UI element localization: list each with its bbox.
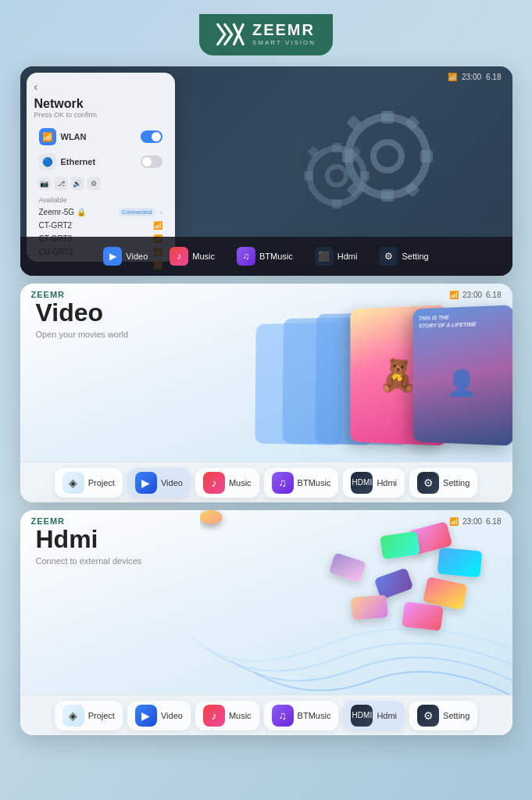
svg-rect-3: [381, 189, 394, 202]
taskbar3-music-label: Music: [229, 711, 252, 720]
taskbar-setting-1[interactable]: ⚙ Setting: [371, 243, 436, 270]
taskbar2-project-label: Project: [88, 478, 115, 488]
brand-name: ZEEMR: [252, 22, 316, 38]
taskbar3-music[interactable]: ♪ Music: [195, 701, 259, 730]
screen2-inner: ZEEMR 📶 23:00 6.18 Video Open your movie…: [20, 284, 512, 502]
signal-icon-1: 📶: [153, 221, 162, 230]
svg-rect-12: [332, 143, 341, 152]
ethernet-item[interactable]: 🔵 Ethernet: [34, 150, 167, 173]
music-icon-1: ♪: [170, 247, 188, 266]
connected-badge: Connected: [119, 208, 155, 216]
taskbar-btmusic-1[interactable]: ♫ BTMusic: [229, 243, 301, 270]
network-name-zeemr5g: Zeemr-5G 🔒: [39, 208, 114, 216]
header: ZEEMR SMART VISION: [0, 0, 532, 66]
taskbar2-music-label: Music: [229, 478, 252, 488]
video-app-subtitle: Open your movies world: [36, 330, 129, 339]
float-card-8: [328, 552, 366, 583]
ethernet-icon: 🔵: [39, 153, 56, 170]
settings-side-icon: ⚙: [87, 177, 101, 191]
svg-rect-2: [381, 111, 394, 123]
taskbar3-video[interactable]: ▶ Video: [127, 701, 191, 730]
svg-rect-15: [304, 171, 313, 180]
wlan-label: WLAN: [61, 132, 136, 141]
taskbar2-btmusic[interactable]: ♫ BTMusic: [264, 468, 339, 498]
taskbar3-setting[interactable]: ⚙ Setting: [409, 701, 477, 730]
svg-point-1: [373, 142, 402, 170]
taskbar2-project[interactable]: ◈ Project: [55, 468, 123, 498]
network-zeemr5g[interactable]: Zeemr-5G 🔒 Connected ›: [34, 205, 167, 219]
float-card-3: [380, 531, 420, 559]
taskbar2-video[interactable]: ▶ Video: [127, 468, 191, 498]
taskbar-video-1[interactable]: ▶ Video: [95, 243, 155, 270]
taskbar2-music[interactable]: ♪ Music: [195, 468, 259, 498]
btmusic-icon-3: ♫: [272, 705, 294, 727]
taskbar-3: ◈ Project ▶ Video ♪ Music ♫ BTMusic HDMI: [20, 695, 512, 735]
video-icon-2: ▶: [135, 472, 157, 494]
brand-logo-icon: [216, 23, 245, 46]
taskbar2-btmusic-label: BTMusic: [298, 478, 331, 488]
svg-point-11: [327, 166, 346, 185]
network-ct-grt2[interactable]: CT-GRT2 📶: [34, 219, 167, 232]
network-name-ctgrt2: CT-GRT2: [39, 221, 148, 230]
svg-rect-14: [360, 171, 370, 180]
wlan-toggle[interactable]: [141, 130, 162, 143]
taskbar-2: ◈ Project ▶ Video ♪ Music ♫ BTMusic HDMI: [20, 462, 512, 502]
taskbar3-btmusic-label: BTMusic: [298, 711, 331, 720]
hdmi-icon-1: ⬛: [315, 247, 334, 266]
usb-icon: ⎇: [54, 177, 68, 191]
taskbar2-setting[interactable]: ⚙ Setting: [409, 468, 477, 498]
setting-icon-2: ⚙: [417, 472, 439, 494]
hdmi-app-subtitle: Connect to external devices: [36, 556, 142, 566]
setting-icon-1: ⚙: [379, 247, 398, 266]
taskbar-music-1[interactable]: ♪ Music: [162, 243, 223, 270]
taskbar3-hdmi[interactable]: HDMI Hdmi: [343, 701, 405, 730]
taskbar-setting-label-1: Setting: [402, 252, 428, 261]
float-coin-2: [200, 510, 222, 524]
taskbar-btmusic-label-1: BTMusic: [259, 252, 293, 261]
music-icon-3: ♪: [203, 705, 225, 727]
taskbar3-btmusic[interactable]: ♫ BTMusic: [264, 701, 339, 730]
taskbar2-hdmi-label: Hdmi: [377, 478, 397, 488]
ethernet-toggle[interactable]: [141, 155, 162, 168]
project-icon-2: ◈: [62, 472, 84, 494]
camera-icon: 📷: [37, 177, 52, 191]
screen3-inner: ZEEMR 📶 23:00 6.18 Hdmi Connect to exter…: [20, 510, 512, 735]
music-icon-2: ♪: [203, 472, 225, 494]
project-icon-3: ◈: [62, 705, 84, 727]
brand-text: ZEEMR SMART VISION: [252, 22, 316, 46]
taskbar3-setting-label: Setting: [443, 711, 470, 720]
panel-back-button[interactable]: ‹: [34, 80, 167, 93]
hdmi-icon-3: HDMI: [351, 705, 373, 727]
screens-wrapper: 📶 23:00 6.18 ‹ Network Press OK to confi…: [20, 66, 512, 751]
hdmi-app-title: Hdmi: [36, 526, 142, 553]
screen1-background: 📶 23:00 6.18 ‹ Network Press OK to confi…: [20, 66, 512, 276]
taskbar3-video-label: Video: [161, 711, 183, 720]
setting-icon-3: ⚙: [417, 705, 439, 727]
taskbar-music-label-1: Music: [192, 252, 215, 261]
taskbar2-hdmi[interactable]: HDMI Hdmi: [343, 468, 405, 498]
taskbar-hdmi-label-1: Hdmi: [337, 252, 358, 261]
available-label: Available: [34, 195, 167, 205]
btmusic-icon-2: ♫: [272, 472, 294, 494]
network-panel: ‹ Network Press OK to confirm 📶 WLAN 🔵 E…: [27, 73, 175, 262]
screen-2-video: ZEEMR 📶 23:00 6.18 Video Open your movie…: [20, 284, 512, 502]
wlan-item[interactable]: 📶 WLAN: [34, 125, 167, 148]
screen-3-hdmi: ZEEMR 📶 23:00 6.18 Hdmi Connect to exter…: [20, 510, 512, 735]
taskbar2-video-label: Video: [161, 478, 183, 488]
video-icon-3: ▶: [135, 705, 157, 727]
taskbar3-project[interactable]: ◈ Project: [55, 701, 123, 730]
video-text-section: Video Open your movies world: [36, 299, 129, 339]
video-app-title: Video: [36, 299, 129, 327]
taskbar3-hdmi-label: Hdmi: [377, 711, 397, 720]
screen-1-network: 📶 23:00 6.18 ‹ Network Press OK to confi…: [20, 66, 512, 276]
ethernet-label: Ethernet: [61, 157, 136, 166]
hdmi-icon-2: HDMI: [351, 472, 373, 494]
svg-rect-13: [332, 199, 341, 209]
float-card-2: [437, 548, 482, 578]
audio-icon: 🔊: [70, 177, 84, 191]
taskbar-hdmi-1[interactable]: ⬛ Hdmi: [307, 243, 366, 270]
taskbar-video-label-1: Video: [126, 252, 148, 261]
gear-decoration: [294, 90, 466, 230]
chevron-icon: ›: [160, 209, 162, 216]
taskbar2-setting-label: Setting: [443, 478, 470, 488]
